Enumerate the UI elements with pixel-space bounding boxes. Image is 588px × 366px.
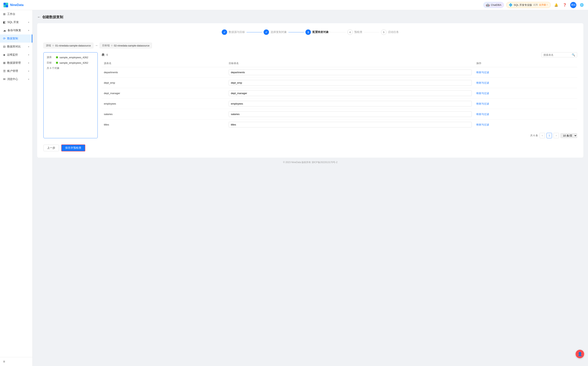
sidebar-item-datasource[interactable]: ⊠ 数据源管理 ▾ xyxy=(0,59,32,67)
db-compare-icon: ⊟ xyxy=(3,45,6,48)
account-icon: ☰ xyxy=(3,69,6,73)
next-page-button[interactable]: › xyxy=(554,133,559,138)
target-db-label: 目标 xyxy=(47,61,54,64)
col-action-header: 操作 xyxy=(474,60,577,67)
target-input-5[interactable] xyxy=(229,122,472,127)
table-title: 表 xyxy=(101,53,104,56)
back-button[interactable]: ← xyxy=(37,15,41,19)
datasource-icon: ⊠ xyxy=(3,61,6,65)
top-nav-right: 🤖 ChatDBA 💠 SQL 开发专业版 试用 去升级！ 🔔 ❓ 测试 🌐 xyxy=(483,2,585,8)
top-navigation: NineData 🤖 ChatDBA 💠 SQL 开发专业版 试用 去升级！ 🔔… xyxy=(0,0,588,10)
backup-arrow-icon: ▾ xyxy=(28,29,29,32)
direction-arrow-icon: → xyxy=(95,44,98,47)
replication-icon: ⟳ xyxy=(3,37,6,40)
table-row: salaries 映射与过滤 xyxy=(101,109,577,120)
target-input-2[interactable] xyxy=(229,91,472,96)
sidebar-item-ops[interactable]: ◈ 运维监控 ▾ xyxy=(0,51,32,59)
target-tag-value: 02-ninedata-sample-datasource xyxy=(114,44,150,47)
source-cell-1: dept_emp xyxy=(101,78,226,88)
target-input-0[interactable] xyxy=(229,69,472,75)
db-compare-arrow-icon: ▾ xyxy=(28,46,29,48)
current-page-button[interactable]: 1 xyxy=(547,133,552,138)
table-row: dept_manager 映射与过滤 xyxy=(101,88,577,99)
user-label: 测试 xyxy=(571,3,576,7)
action-link-5[interactable]: 映射与过滤 xyxy=(476,123,489,126)
source-tag: 源端 ⊹ 01-ninedata-sample-datasource xyxy=(43,43,93,48)
action-link-1[interactable]: 映射与过滤 xyxy=(476,81,489,84)
sidebar-item-replication[interactable]: ⟳ 数据复制 xyxy=(0,34,32,43)
step-2-circle: ✓ xyxy=(263,30,269,35)
source-db-row: 源库 sample_employees_4262 xyxy=(47,56,94,59)
chatdba-button[interactable]: 🤖 ChatDBA xyxy=(483,2,504,8)
step-2-label: 选择复制对象 xyxy=(271,30,287,34)
target-db-dot xyxy=(56,62,58,64)
target-db-row: 目标 sample_employees_4262 xyxy=(47,61,94,64)
page-size-select[interactable]: 10 条/页 20 条/页 50 条/页 xyxy=(560,133,577,138)
step-5: 5 启动任务 xyxy=(381,30,399,35)
target-input-4[interactable] xyxy=(229,111,472,117)
action-link-2[interactable]: 映射与过滤 xyxy=(476,92,489,95)
sql-dev-icon: ◧ xyxy=(3,21,6,24)
sidebar-item-backup[interactable]: ☁ 备份与恢复 ▾ xyxy=(0,26,32,34)
messages-arrow-icon: ▾ xyxy=(28,78,29,81)
prev-button[interactable]: 上一步 xyxy=(43,145,59,151)
sidebar-label-messages: 消息中心 xyxy=(7,77,27,81)
trial-label: 试用 xyxy=(533,3,538,7)
source-cell-5: titles xyxy=(101,120,226,130)
step-4: 4 预检查 xyxy=(347,30,362,35)
sql-dev-badge: 💠 SQL 开发专业版 试用 去升级！ xyxy=(506,2,551,8)
action-cell-2: 映射与过滤 xyxy=(474,88,577,99)
upgrade-button[interactable]: 去升级！ xyxy=(539,3,548,7)
main-content: ← 创建数据复制 ✓ 数据源与目标 ✓ 选择复制对象 xyxy=(32,10,588,366)
sql-dev-arrow-icon: ▾ xyxy=(28,21,29,24)
source-db-dot xyxy=(56,56,58,58)
ops-arrow-icon: ▾ xyxy=(28,54,29,56)
sidebar-item-messages[interactable]: ✉ 消息中心 ▾ xyxy=(0,75,32,83)
action-link-4[interactable]: 映射与过滤 xyxy=(476,113,489,116)
step-2: ✓ 选择复制对象 xyxy=(263,30,287,35)
sidebar-label-backup: 备份与恢复 xyxy=(8,29,27,32)
sidebar-item-sql-dev[interactable]: ◧ SQL 开发 ▾ xyxy=(0,18,32,26)
action-cell-3: 映射与过滤 xyxy=(474,99,577,109)
step-4-label: 预检查 xyxy=(354,30,362,34)
svg-rect-3 xyxy=(6,5,8,7)
backup-icon: ☁ xyxy=(3,29,6,32)
logo[interactable]: NineData xyxy=(3,2,23,8)
step-3-circle: 3 xyxy=(305,30,311,35)
prev-page-button[interactable]: ‹ xyxy=(540,133,545,138)
total-count: 共 6 条 xyxy=(530,134,538,137)
help-button[interactable]: ❓ xyxy=(562,2,568,8)
search-input[interactable] xyxy=(543,53,571,56)
float-help-button[interactable]: 👤 xyxy=(576,350,584,358)
target-tag-label: 目标端 xyxy=(102,44,110,47)
target-input-3[interactable] xyxy=(229,101,472,107)
save-precheck-button[interactable]: 保存并预检查 xyxy=(61,145,85,152)
footer: © 2023 NineData 版权所有 浙ICP备2022013170号-2 xyxy=(37,158,583,167)
source-target-bar: 源端 ⊹ 01-ninedata-sample-datasource → 目标端… xyxy=(43,43,577,48)
target-input-1[interactable] xyxy=(229,80,472,86)
user-avatar[interactable]: 测试 xyxy=(570,2,576,8)
action-cell-0: 映射与过滤 xyxy=(474,67,577,78)
source-cell-0: departments xyxy=(101,67,226,78)
action-link-3[interactable]: 映射与过滤 xyxy=(476,102,489,105)
search-icon[interactable]: 🔍 xyxy=(572,53,575,56)
page-title: 创建数据复制 xyxy=(42,15,63,19)
sidebar-label-account: 账户管理 xyxy=(7,69,27,73)
action-link-0[interactable]: 映射与过滤 xyxy=(476,71,489,74)
action-cell-4: 映射与过滤 xyxy=(474,109,577,120)
sidebar-item-db-compare[interactable]: ⊟ 数据库对比 ▾ xyxy=(0,43,32,51)
action-cell-1: 映射与过滤 xyxy=(474,78,577,88)
bottom-bar: 上一步 保存并预检查 xyxy=(43,145,577,152)
table-count: 6 xyxy=(106,53,108,56)
pagination: 共 6 条 ‹ 1 › 10 条/页 20 条/页 50 条/页 xyxy=(101,133,577,138)
sidebar-item-workbench[interactable]: ⊞ 工作台 xyxy=(0,10,32,18)
sidebar-bottom: ≡ xyxy=(0,357,32,366)
right-panel: 表 6 🔍 源表名 目标表名 xyxy=(101,52,577,138)
sidebar-menu-icon[interactable]: ≡ xyxy=(3,360,5,364)
source-tag-label: 源端 xyxy=(46,44,51,47)
col-target-header: 目标表名 xyxy=(226,60,474,67)
sidebar-item-account[interactable]: ☰ 账户管理 ▾ xyxy=(0,67,32,75)
translate-button[interactable]: 🌐 xyxy=(579,2,585,8)
notification-button[interactable]: 🔔 xyxy=(553,2,559,8)
step-line-2 xyxy=(288,32,304,32)
